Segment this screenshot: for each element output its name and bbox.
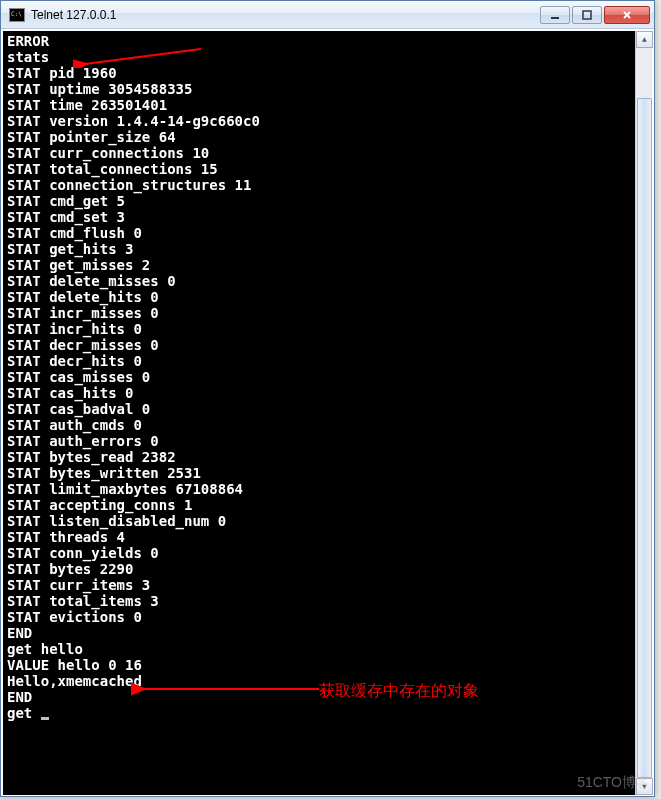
terminal-line: STAT bytes_written 2531	[7, 465, 633, 481]
terminal-line: get hello	[7, 641, 633, 657]
terminal-line: STAT get_misses 2	[7, 257, 633, 273]
terminal-line: STAT time 263501401	[7, 97, 633, 113]
close-button[interactable]	[604, 6, 650, 24]
minimize-button[interactable]	[540, 6, 570, 24]
terminal-line: STAT cas_badval 0	[7, 401, 633, 417]
terminal-line: get	[7, 705, 633, 721]
terminal-line: STAT pid 1960	[7, 65, 633, 81]
terminal-line: STAT delete_hits 0	[7, 289, 633, 305]
title-bar[interactable]: Telnet 127.0.0.1	[1, 1, 654, 29]
svg-rect-0	[551, 17, 559, 19]
terminal-line: STAT curr_items 3	[7, 577, 633, 593]
telnet-window: Telnet 127.0.0.1 ERRORstatsSTAT pid 1960…	[0, 0, 655, 797]
scrollbar-thumb[interactable]	[637, 98, 652, 778]
terminal-line: STAT cmd_flush 0	[7, 225, 633, 241]
terminal-line: STAT decr_misses 0	[7, 337, 633, 353]
terminal-line: STAT bytes_read 2382	[7, 449, 633, 465]
terminal-line: STAT decr_hits 0	[7, 353, 633, 369]
terminal-line: STAT cmd_set 3	[7, 209, 633, 225]
terminal-line: STAT total_items 3	[7, 593, 633, 609]
window-title: Telnet 127.0.0.1	[31, 8, 538, 22]
terminal-line: STAT curr_connections 10	[7, 145, 633, 161]
terminal-line: STAT incr_hits 0	[7, 321, 633, 337]
terminal-line: END	[7, 625, 633, 641]
terminal-line: STAT pointer_size 64	[7, 129, 633, 145]
console-icon	[9, 8, 25, 22]
vertical-scrollbar[interactable]: ▲ ▼	[635, 31, 652, 795]
terminal-line: STAT auth_cmds 0	[7, 417, 633, 433]
terminal-line: STAT cas_misses 0	[7, 369, 633, 385]
terminal-line: STAT get_hits 3	[7, 241, 633, 257]
scroll-up-button[interactable]: ▲	[636, 31, 653, 48]
terminal-line: STAT cmd_get 5	[7, 193, 633, 209]
terminal-line: STAT incr_misses 0	[7, 305, 633, 321]
terminal-line: STAT bytes 2290	[7, 561, 633, 577]
terminal-line: STAT uptime 3054588335	[7, 81, 633, 97]
terminal-line: STAT auth_errors 0	[7, 433, 633, 449]
terminal-line: STAT total_connections 15	[7, 161, 633, 177]
terminal-line: STAT threads 4	[7, 529, 633, 545]
terminal-line: VALUE hello 0 16	[7, 657, 633, 673]
terminal-line: STAT limit_maxbytes 67108864	[7, 481, 633, 497]
cursor	[41, 717, 49, 720]
terminal-line: STAT accepting_conns 1	[7, 497, 633, 513]
terminal-line: STAT conn_yields 0	[7, 545, 633, 561]
terminal-line: stats	[7, 49, 633, 65]
maximize-button[interactable]	[572, 6, 602, 24]
terminal-line: ERROR	[7, 33, 633, 49]
terminal-line: STAT delete_misses 0	[7, 273, 633, 289]
window-controls	[538, 6, 650, 24]
terminal-line: STAT connection_structures 11	[7, 177, 633, 193]
terminal-line: STAT evictions 0	[7, 609, 633, 625]
watermark: 51CTO博客	[577, 774, 650, 792]
terminal-line: STAT listen_disabled_num 0	[7, 513, 633, 529]
terminal-line: STAT cas_hits 0	[7, 385, 633, 401]
annotation-text: 获取缓存中存在的对象	[319, 681, 479, 702]
svg-rect-1	[583, 11, 591, 19]
scrollbar-track[interactable]	[636, 48, 652, 778]
terminal-line: STAT version 1.4.4-14-g9c660c0	[7, 113, 633, 129]
